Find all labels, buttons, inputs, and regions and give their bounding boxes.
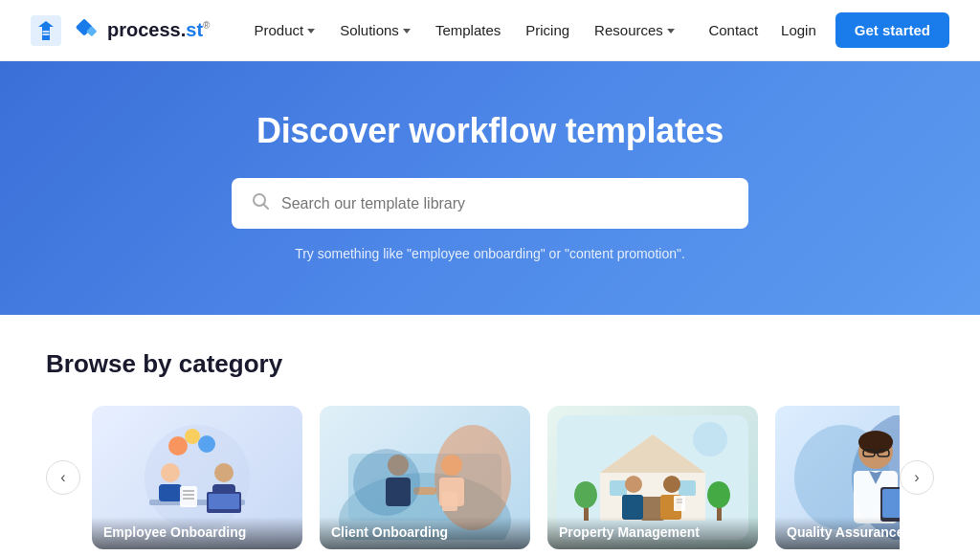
chevron-left-icon: ‹ (60, 469, 65, 486)
brand-logo-icon (67, 13, 101, 48)
svg-rect-60 (882, 489, 900, 518)
nav-resources[interactable]: Resources (585, 14, 684, 46)
card-label-employee-onboarding: Employee Onboarding (92, 517, 302, 549)
svg-line-5 (264, 205, 269, 210)
hero-hint: Try something like "employee onboarding"… (295, 246, 685, 261)
svg-rect-45 (674, 496, 685, 511)
svg-point-8 (161, 463, 180, 482)
brand-name: process.st® (107, 19, 210, 41)
nav-login[interactable]: Login (777, 16, 820, 44)
logo-icon (31, 15, 61, 46)
svg-rect-17 (180, 486, 197, 507)
nav-pricing[interactable]: Pricing (516, 14, 579, 46)
svg-point-48 (693, 422, 727, 456)
svg-point-38 (574, 481, 597, 508)
search-bar (232, 178, 748, 229)
nav-right: Contact Login Get started (704, 12, 949, 48)
search-input[interactable] (281, 195, 729, 212)
logo[interactable]: process.st® (31, 13, 210, 48)
card-label-client-onboarding: Client Onboarding (320, 517, 530, 549)
hero-title: Discover workflow templates (256, 111, 724, 151)
prev-arrow-button[interactable]: ‹ (46, 460, 80, 495)
svg-rect-36 (679, 480, 696, 496)
solutions-chevron-icon (403, 29, 411, 33)
svg-point-43 (663, 476, 680, 493)
category-card-employee-onboarding[interactable]: Employee Onboarding (92, 406, 302, 549)
hero-section: Discover workflow templates Try somethin… (0, 61, 980, 315)
svg-point-16 (198, 435, 215, 453)
browse-title: Browse by category (46, 349, 934, 379)
chevron-right-icon: › (914, 469, 919, 486)
svg-point-40 (707, 481, 730, 508)
category-card-quality-assurance[interactable]: Quality Assurance (775, 406, 900, 549)
nav-links: Product Solutions Templates Pricing Reso… (244, 14, 704, 46)
card-label-property-management: Property Management (547, 517, 758, 549)
svg-rect-9 (159, 484, 182, 501)
card-label-quality-assurance: Quality Assurance (775, 517, 900, 549)
nav-contact[interactable]: Contact (704, 16, 762, 44)
category-card-property-management[interactable]: Property Management (547, 406, 758, 549)
svg-point-29 (434, 425, 511, 530)
svg-rect-13 (209, 494, 239, 509)
next-arrow-button[interactable]: › (900, 460, 934, 495)
resources-chevron-icon (667, 29, 675, 33)
navbar: process.st® Product Solutions Templates … (0, 0, 980, 61)
product-chevron-icon (307, 29, 315, 33)
cards-container: Employee Onboarding (80, 402, 900, 553)
browse-section: Browse by category ‹ (0, 315, 980, 556)
svg-point-41 (625, 476, 642, 493)
svg-point-15 (185, 429, 200, 444)
svg-rect-35 (610, 480, 627, 496)
svg-point-30 (353, 449, 420, 516)
search-icon (251, 191, 270, 215)
get-started-button[interactable]: Get started (835, 12, 949, 48)
category-card-client-onboarding[interactable]: Client Onboarding (320, 406, 530, 549)
nav-templates[interactable]: Templates (426, 14, 510, 46)
nav-solutions[interactable]: Solutions (330, 14, 420, 46)
nav-product[interactable]: Product (244, 14, 324, 46)
cards-row: ‹ (46, 402, 934, 553)
svg-point-10 (214, 463, 234, 482)
svg-point-14 (168, 436, 188, 456)
